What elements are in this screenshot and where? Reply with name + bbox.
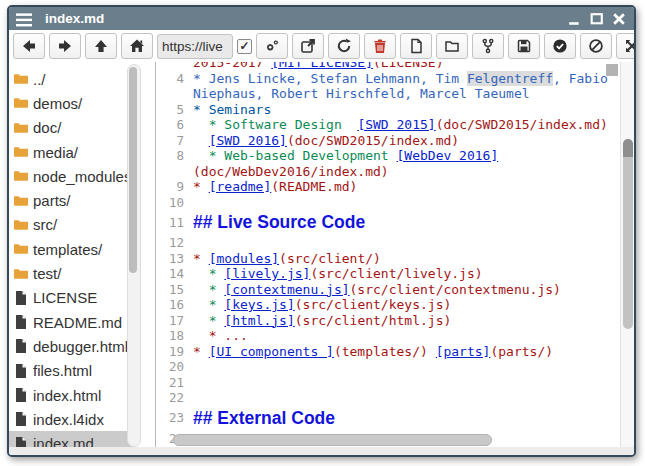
line-content: * ... bbox=[193, 328, 248, 344]
toolbar-nav-group bbox=[13, 33, 153, 59]
file-label: ../ bbox=[33, 71, 46, 88]
fullscreen-button[interactable] bbox=[616, 33, 636, 59]
folder-icon bbox=[13, 168, 30, 184]
home-button[interactable] bbox=[121, 33, 153, 59]
code-rows: 2015-2017 [MIT LICENSE](LICENSE)4* Jens … bbox=[156, 62, 634, 447]
accept-button[interactable] bbox=[544, 33, 576, 59]
line-content: * [lively.js](src/client/lively.js) bbox=[193, 266, 483, 282]
line-number: 4 bbox=[156, 71, 193, 87]
line-content: We do not want to program everything tha… bbox=[193, 446, 569, 447]
gears-icon bbox=[264, 38, 280, 54]
code-line: 6 * Software Design [SWD 2015](doc/SWD20… bbox=[156, 117, 634, 133]
sidebar-item-media[interactable]: media/ bbox=[9, 140, 129, 164]
line-number bbox=[156, 62, 193, 71]
line-number: 13 bbox=[156, 251, 193, 267]
code-line: 4* Jens Lincke, Stefan Lehmann, Tim Felg… bbox=[156, 71, 634, 87]
line-content: * Jens Lincke, Stefan Lehmann, Tim Felge… bbox=[193, 71, 608, 87]
editor-vscrollbar-thumb[interactable] bbox=[623, 139, 633, 329]
autoload-checkbox[interactable]: ✓ bbox=[237, 39, 252, 54]
folder-outline-icon bbox=[444, 38, 460, 54]
folder-icon bbox=[13, 241, 30, 257]
check-circle-icon bbox=[552, 38, 568, 54]
line-content: * [modules](src/client/) bbox=[193, 251, 381, 267]
sidebar-item-index-md[interactable]: index.md bbox=[9, 431, 129, 447]
file-label: index.l4idx bbox=[33, 411, 104, 428]
code-line: 22 bbox=[156, 390, 634, 406]
minimize-button[interactable] bbox=[567, 11, 582, 26]
line-content: 2015-2017 [MIT LICENSE](LICENSE) bbox=[193, 62, 443, 71]
sidebar-scrollbar-thumb[interactable] bbox=[129, 67, 137, 273]
sidebar-item-license[interactable]: LICENSE bbox=[9, 286, 129, 310]
file-solid-icon bbox=[13, 387, 30, 403]
line-number: 16 bbox=[156, 297, 193, 313]
code-line: Niephaus, Robert Hirschfeld, Marcel Taeu… bbox=[156, 86, 634, 102]
code-line: 25We do not want to program everything t… bbox=[156, 446, 634, 447]
sidebar-item-node-modules[interactable]: node_modules/ bbox=[9, 164, 129, 188]
versions-button[interactable] bbox=[472, 33, 504, 59]
line-content: * [contextmenu.js](src/client/contextmen… bbox=[193, 282, 561, 298]
new-folder-button[interactable] bbox=[436, 33, 468, 59]
line-number: 5 bbox=[156, 102, 193, 118]
sidebar-item-[interactable]: ../ bbox=[9, 67, 129, 91]
sidebar-item-index-html[interactable]: index.html bbox=[9, 383, 129, 407]
file-label: index.html bbox=[33, 387, 101, 404]
open-external-button[interactable] bbox=[292, 33, 324, 59]
line-number: 12 bbox=[156, 235, 193, 251]
sidebar-item-demos[interactable]: demos/ bbox=[9, 91, 129, 115]
reload-button[interactable] bbox=[328, 33, 360, 59]
editor-vscrollbar-track[interactable] bbox=[620, 62, 634, 447]
hamburger-menu-icon[interactable] bbox=[16, 12, 33, 26]
main-area: ../demos/doc/media/node_modules/parts/sr… bbox=[9, 62, 634, 447]
up-button[interactable] bbox=[85, 33, 117, 59]
home-icon bbox=[129, 38, 145, 54]
line-number bbox=[156, 164, 193, 180]
line-number: 25 bbox=[156, 446, 193, 447]
code-editor[interactable]: 2015-2017 [MIT LICENSE](LICENSE)4* Jens … bbox=[156, 62, 634, 447]
folder-icon bbox=[13, 217, 30, 233]
line-content: * [UI components ](templates/) [parts](p… bbox=[193, 344, 553, 360]
line-number: 6 bbox=[156, 117, 193, 133]
file-label: doc/ bbox=[33, 119, 61, 136]
sidebar-item-src[interactable]: src/ bbox=[9, 213, 129, 237]
sidebar-item-index-l4idx[interactable]: index.l4idx bbox=[9, 407, 129, 431]
code-line: 5* Seminars bbox=[156, 102, 634, 118]
sidebar-scrollbar-track[interactable] bbox=[127, 64, 141, 447]
window-bottom-strip bbox=[9, 447, 634, 455]
sidebar-item-templates[interactable]: templates/ bbox=[9, 237, 129, 261]
close-button[interactable] bbox=[611, 11, 626, 26]
folder-icon bbox=[13, 120, 30, 136]
file-label: README.md bbox=[33, 314, 122, 331]
line-number: 8 bbox=[156, 148, 193, 164]
sidebar-item-test[interactable]: test/ bbox=[9, 261, 129, 285]
settings-button[interactable] bbox=[256, 33, 288, 59]
forward-button[interactable] bbox=[49, 33, 81, 59]
back-button[interactable] bbox=[13, 33, 45, 59]
url-input[interactable] bbox=[157, 34, 233, 59]
line-number: 17 bbox=[156, 313, 193, 329]
line-number: 11 bbox=[156, 215, 193, 231]
code-line: 21 bbox=[156, 375, 634, 391]
editor-hscrollbar-thumb[interactable] bbox=[173, 434, 492, 446]
delete-button[interactable] bbox=[364, 33, 396, 59]
folder-icon bbox=[13, 144, 30, 160]
floppy-icon bbox=[516, 38, 532, 54]
scroll-annotation-marker bbox=[606, 64, 618, 76]
sidebar-item-doc[interactable]: doc/ bbox=[9, 116, 129, 140]
sidebar-item-parts[interactable]: parts/ bbox=[9, 188, 129, 212]
code-line: 2015-2017 [MIT LICENSE](LICENSE) bbox=[156, 62, 634, 71]
cancel-button[interactable] bbox=[580, 33, 612, 59]
code-line: 8 * Web-based Development [WebDev 2016] bbox=[156, 148, 634, 164]
folder-icon bbox=[13, 95, 30, 111]
file-label: parts/ bbox=[33, 192, 71, 209]
line-content: * Web-based Development [WebDev 2016] bbox=[193, 148, 498, 164]
sidebar-item-readme-md[interactable]: README.md bbox=[9, 310, 129, 334]
line-content: ## External Code bbox=[193, 406, 335, 431]
sidebar-item-debugger-html[interactable]: debugger.html bbox=[9, 334, 129, 358]
line-number bbox=[156, 86, 193, 102]
new-file-button[interactable] bbox=[400, 33, 432, 59]
maximize-button[interactable] bbox=[589, 11, 604, 26]
sidebar-item-files-html[interactable]: files.html bbox=[9, 359, 129, 383]
code-line: 20 bbox=[156, 359, 634, 375]
code-line: 17 * [html.js](src/client/html.js) bbox=[156, 313, 634, 329]
save-button[interactable] bbox=[508, 33, 540, 59]
